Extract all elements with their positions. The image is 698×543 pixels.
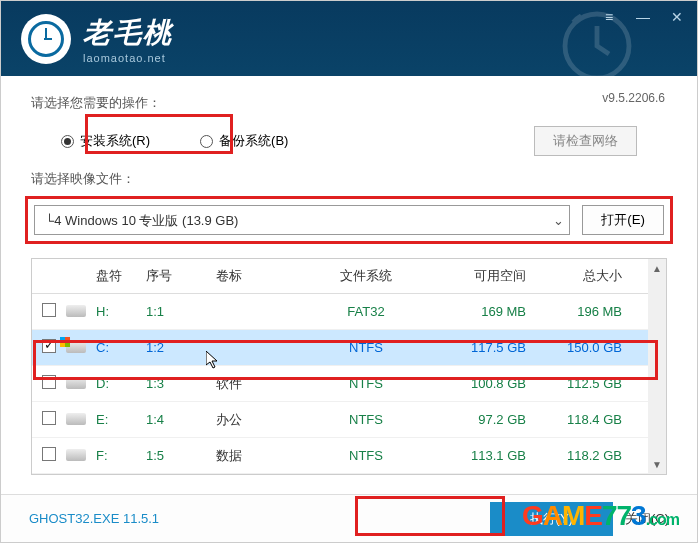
title-bar: 老毛桃 laomaotao.net ≡ — ✕ xyxy=(1,1,697,76)
checkbox[interactable] xyxy=(42,339,56,353)
radio-icon xyxy=(200,135,213,148)
brand-name: 老毛桃 xyxy=(83,14,173,52)
cell-label: 软件 xyxy=(216,367,316,401)
cell-seq: 1:4 xyxy=(146,404,216,435)
table-row[interactable]: E:1:4办公NTFS97.2 GB118.4 GB xyxy=(32,402,666,438)
col-fs[interactable]: 文件系统 xyxy=(316,259,416,293)
disk-icon xyxy=(66,305,86,317)
cell-seq: 1:5 xyxy=(146,440,216,471)
cell-fs: NTFS xyxy=(316,440,416,471)
cell-seq: 1:3 xyxy=(146,368,216,399)
cell-fs: NTFS xyxy=(316,368,416,399)
scrollbar[interactable]: ▲ ▼ xyxy=(648,259,666,474)
table-row[interactable]: C:1:2NTFS117.5 GB150.0 GB xyxy=(32,330,666,366)
disk-icon xyxy=(66,449,86,461)
disk-icon xyxy=(66,413,86,425)
checkbox[interactable] xyxy=(42,303,56,317)
cell-drive: E: xyxy=(96,404,146,435)
checkbox[interactable] xyxy=(42,447,56,461)
cell-label: 数据 xyxy=(216,439,316,473)
chevron-down-icon: ⌄ xyxy=(547,206,569,234)
radio-icon xyxy=(61,135,74,148)
cell-fs: NTFS xyxy=(316,404,416,435)
table-row[interactable]: H:1:1FAT32169 MB196 MB xyxy=(32,294,666,330)
radio-install[interactable]: 安装系统(R) xyxy=(61,132,150,150)
close-button[interactable]: 关闭(C) xyxy=(625,510,669,528)
disk-icon xyxy=(66,377,86,389)
settings-icon[interactable]: ≡ xyxy=(601,9,617,25)
logo-icon xyxy=(21,14,71,64)
close-icon[interactable]: ✕ xyxy=(669,9,685,25)
brand-url: laomaotao.net xyxy=(83,52,173,64)
col-seq[interactable]: 序号 xyxy=(146,259,216,293)
operation-label: 请选择您需要的操作： xyxy=(31,94,667,112)
table-row[interactable]: D:1:3软件NTFS100.8 GB112.5 GB xyxy=(32,366,666,402)
cell-total: 118.4 GB xyxy=(526,404,636,435)
minimize-icon[interactable]: — xyxy=(635,9,651,25)
cell-total: 112.5 GB xyxy=(526,368,636,399)
footer-status: GHOST32.EXE 11.5.1 xyxy=(29,511,159,526)
scroll-down-icon[interactable]: ▼ xyxy=(652,459,662,470)
cell-seq: 1:1 xyxy=(146,296,216,327)
disk-icon xyxy=(66,341,86,353)
col-drive[interactable]: 盘符 xyxy=(96,259,146,293)
scroll-up-icon[interactable]: ▲ xyxy=(652,263,662,274)
cell-free: 169 MB xyxy=(416,296,526,327)
cell-label xyxy=(216,340,316,356)
drive-table: 盘符 序号 卷标 文件系统 可用空间 总大小 H:1:1FAT32169 MB1… xyxy=(31,258,667,475)
version-label: v9.5.2206.6 xyxy=(602,91,665,105)
cell-total: 196 MB xyxy=(526,296,636,327)
cell-free: 97.2 GB xyxy=(416,404,526,435)
cell-total: 150.0 GB xyxy=(526,332,636,363)
cell-fs: FAT32 xyxy=(316,296,416,327)
footer: GHOST32.EXE 11.5.1 执行(Y) 关闭(C) xyxy=(1,494,697,542)
radio-backup-label: 备份系统(B) xyxy=(219,132,288,150)
image-selected-text: └4 Windows 10 专业版 (13.9 GB) xyxy=(35,206,547,234)
col-free[interactable]: 可用空间 xyxy=(416,259,526,293)
table-header: 盘符 序号 卷标 文件系统 可用空间 总大小 xyxy=(32,259,666,294)
cell-free: 117.5 GB xyxy=(416,332,526,363)
table-row[interactable]: F:1:5数据NTFS113.1 GB118.2 GB xyxy=(32,438,666,474)
cell-total: 118.2 GB xyxy=(526,440,636,471)
cell-drive: F: xyxy=(96,440,146,471)
check-network-button[interactable]: 请检查网络 xyxy=(534,126,637,156)
image-dropdown[interactable]: └4 Windows 10 专业版 (13.9 GB) ⌄ xyxy=(34,205,570,235)
image-label: 请选择映像文件： xyxy=(31,170,667,188)
cell-seq: 1:2 xyxy=(146,332,216,363)
checkbox[interactable] xyxy=(42,375,56,389)
cell-free: 113.1 GB xyxy=(416,440,526,471)
execute-button[interactable]: 执行(Y) xyxy=(490,502,613,536)
cell-drive: D: xyxy=(96,368,146,399)
col-label[interactable]: 卷标 xyxy=(216,259,316,293)
cell-fs: NTFS xyxy=(316,332,416,363)
col-total[interactable]: 总大小 xyxy=(526,259,636,293)
radio-install-label: 安装系统(R) xyxy=(80,132,150,150)
brand: 老毛桃 laomaotao.net xyxy=(21,14,173,64)
cell-label: 办公 xyxy=(216,403,316,437)
checkbox[interactable] xyxy=(42,411,56,425)
cell-drive: H: xyxy=(96,296,146,327)
open-button[interactable]: 打开(E) xyxy=(582,205,664,235)
cell-free: 100.8 GB xyxy=(416,368,526,399)
cell-drive: C: xyxy=(96,332,146,363)
radio-backup[interactable]: 备份系统(B) xyxy=(200,132,288,150)
highlight-box: └4 Windows 10 专业版 (13.9 GB) ⌄ 打开(E) xyxy=(25,196,673,244)
cell-label xyxy=(216,304,316,320)
